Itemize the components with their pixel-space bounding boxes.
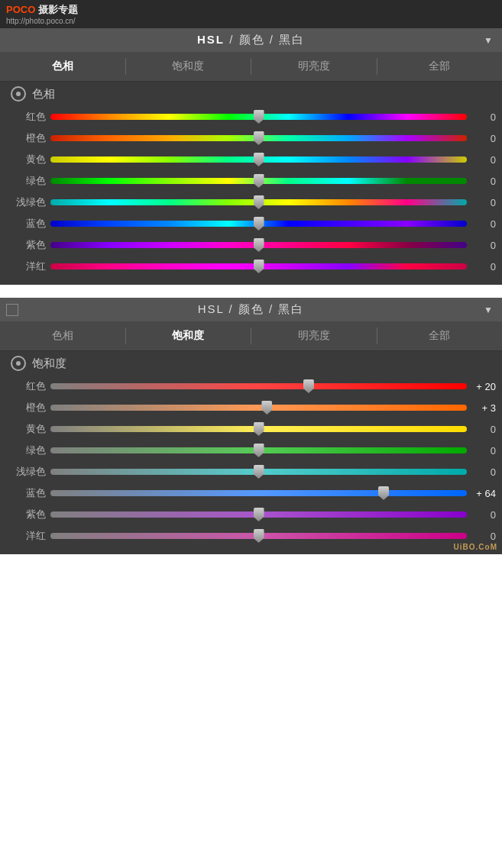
bw-label: 黑白 (279, 33, 305, 46)
slider-row-purple-hue: 紫色 0 (0, 234, 502, 256)
slider-thumb-green-sat[interactable] (254, 444, 264, 457)
tab-hue-bot[interactable]: 色相 (0, 326, 125, 346)
slider-label-yellow-hue: 黄色 (6, 153, 46, 166)
slider-value-blue-hue: 0 (471, 218, 496, 230)
bw-label-bot: 黑白 (278, 302, 304, 315)
slider-track-cyan-sat[interactable] (50, 463, 467, 480)
slider-row-blue-sat: 蓝色 + 64 (0, 482, 502, 504)
slider-track-purple-sat[interactable] (50, 506, 467, 523)
slider-thumb-red-hue[interactable] (254, 110, 264, 124)
slider-row-orange-sat: 橙色 + 3 (0, 397, 502, 418)
slider-thumb-green-hue[interactable] (254, 174, 264, 188)
slider-thumb-purple-sat[interactable] (254, 508, 264, 521)
slider-track-blue-hue[interactable] (50, 215, 467, 232)
tab-brightness-bot[interactable]: 明亮度 (251, 326, 377, 346)
dropdown-arrow-icon[interactable]: ▼ (484, 35, 493, 46)
slider-thumb-cyan-sat[interactable] (254, 465, 264, 479)
slider-label-purple-hue: 紫色 (6, 238, 46, 252)
logo-url: http://photo.poco.cn/ (6, 17, 78, 25)
top-panel-title: HSL / 颜色 / 黑白 (197, 33, 305, 47)
tab-brightness-top[interactable]: 明亮度 (251, 56, 377, 76)
tab-all-bot[interactable]: 全部 (377, 326, 503, 346)
slider-label-orange-sat: 橙色 (6, 401, 46, 415)
top-panel: POCO 摄影专题 http://photo.poco.cn/ HSL / 颜色… (0, 0, 502, 287)
slider-track-yellow-sat[interactable] (50, 421, 467, 437)
slider-track-orange-sat[interactable] (50, 399, 467, 416)
tab-saturation-bot[interactable]: 饱和度 (126, 326, 251, 346)
slider-track-green-hue[interactable] (50, 173, 467, 189)
slider-thumb-yellow-sat[interactable] (254, 422, 264, 436)
dropdown-arrow-icon-bot[interactable]: ▼ (484, 305, 493, 315)
slider-label-green-hue: 绿色 (6, 174, 46, 188)
slider-thumb-yellow-hue[interactable] (254, 153, 264, 166)
watermark: UiBO.CoM (454, 543, 497, 551)
color-label-bot: 颜色 (238, 302, 264, 315)
slider-thumb-orange-sat[interactable] (261, 401, 272, 415)
slider-label-blue-hue: 蓝色 (6, 217, 46, 231)
slider-thumb-blue-hue[interactable] (254, 217, 264, 231)
slider-track-blue-sat[interactable] (50, 485, 467, 502)
slider-row-green-sat: 绿色 0 (0, 440, 502, 461)
slider-track-red-sat[interactable] (50, 378, 467, 395)
slider-thumb-cyan-hue[interactable] (254, 195, 264, 209)
slider-thumb-magenta-sat[interactable] (254, 529, 264, 543)
slider-value-red-hue: 0 (471, 111, 496, 123)
slider-label-cyan-hue: 浅绿色 (6, 195, 46, 209)
tab-all-top[interactable]: 全部 (377, 56, 503, 76)
slider-value-green-sat: 0 (471, 445, 496, 457)
slider-thumb-red-sat[interactable] (303, 379, 314, 393)
slider-value-green-hue: 0 (471, 176, 496, 187)
bottom-panel: HSL / 颜色 / 黑白 ▼ 色相 饱和度 明亮度 全部 饱和度 (0, 298, 502, 554)
slider-row-magenta-hue: 洋红 0 (0, 256, 502, 277)
slider-label-magenta-sat: 洋红 (6, 529, 46, 543)
top-section-label: 色相 (32, 87, 55, 102)
slider-thumb-blue-sat[interactable] (378, 486, 389, 500)
tab-hue-top[interactable]: 色相 (0, 56, 125, 76)
slider-track-magenta-sat[interactable] (50, 528, 467, 544)
slider-track-cyan-hue[interactable] (50, 194, 467, 211)
slider-track-orange-hue[interactable] (50, 130, 467, 147)
slider-track-red-hue[interactable] (50, 108, 467, 125)
slider-value-magenta-hue: 0 (471, 261, 496, 273)
poco-logo: POCO 摄影专题 http://photo.poco.cn/ (6, 3, 78, 25)
slider-value-orange-sat: + 3 (471, 402, 496, 414)
slider-row-yellow-hue: 黄色 0 (0, 149, 502, 170)
slider-row-cyan-sat: 浅绿色 0 (0, 461, 502, 482)
top-sliders-area: 红色 0 橙色 0 黄色 0 绿色 (0, 103, 502, 285)
slider-thumb-purple-hue[interactable] (254, 238, 264, 252)
bottom-section-header: 饱和度 (0, 351, 502, 373)
tab-saturation-top[interactable]: 饱和度 (126, 56, 251, 76)
slider-track-green-sat[interactable] (50, 442, 467, 459)
slider-value-purple-hue: 0 (471, 240, 496, 251)
slider-value-yellow-hue: 0 (471, 154, 496, 166)
hsl-label-bot: HSL (198, 302, 225, 315)
slider-row-green-hue: 绿色 0 (0, 170, 502, 192)
slider-value-red-sat: + 20 (471, 381, 496, 392)
slider-value-cyan-hue: 0 (471, 197, 496, 208)
slider-label-blue-sat: 蓝色 (6, 486, 46, 500)
slider-row-red-sat: 红色 + 20 (0, 376, 502, 397)
slider-row-red-hue: 红色 0 (0, 106, 502, 127)
target-icon-top[interactable] (11, 86, 26, 102)
slider-row-orange-hue: 橙色 0 (0, 127, 502, 149)
top-panel-header: HSL / 颜色 / 黑白 ▼ (0, 28, 502, 52)
slider-row-purple-sat: 紫色 0 (0, 504, 502, 525)
slider-row-yellow-sat: 黄色 0 (0, 418, 502, 440)
slider-value-magenta-sat: 0 (471, 531, 496, 542)
slider-track-bg-red-sat (50, 383, 467, 389)
slider-value-blue-sat: + 64 (471, 488, 496, 499)
slider-track-purple-hue[interactable] (50, 237, 467, 253)
poco-brand: POCO (6, 4, 35, 15)
slider-track-yellow-hue[interactable] (50, 151, 467, 168)
slider-thumb-magenta-hue[interactable] (254, 260, 264, 273)
slider-thumb-orange-hue[interactable] (254, 131, 264, 145)
slider-label-green-sat: 绿色 (6, 444, 46, 457)
slider-track-magenta-hue[interactable] (50, 258, 467, 275)
sep2: / (270, 33, 279, 46)
slider-value-orange-hue: 0 (471, 133, 496, 144)
slider-value-yellow-sat: 0 (471, 424, 496, 435)
panel-separator (0, 287, 502, 298)
slider-value-purple-sat: 0 (471, 509, 496, 521)
slider-label-red-hue: 红色 (6, 110, 46, 124)
target-icon-bot[interactable] (11, 356, 26, 371)
